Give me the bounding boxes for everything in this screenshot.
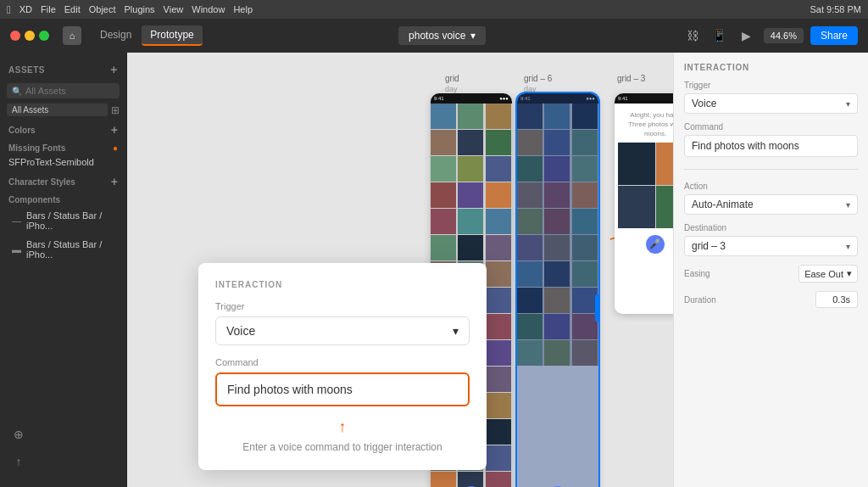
font-item[interactable]: SFProText-Semibold — [0, 154, 126, 170]
destination-value: grid – 3 — [692, 240, 726, 252]
float-command-label: Command — [215, 357, 470, 367]
float-command-input[interactable] — [215, 372, 470, 406]
menu-edit[interactable]: Edit — [64, 4, 81, 14]
action-row: Action Auto-Animate ▾ — [684, 182, 858, 215]
minimize-button[interactable] — [25, 31, 35, 41]
tab-prototype[interactable]: Prototype — [142, 25, 202, 46]
link-icon[interactable]: ⛓ — [682, 25, 703, 46]
photo-cell — [486, 235, 511, 260]
assets-dropdown[interactable]: All Assets — [7, 104, 108, 116]
assets-add-icon[interactable]: + — [110, 63, 118, 76]
menu-plugins[interactable]: Plugins — [125, 4, 155, 14]
phone-icon[interactable]: 📱 — [709, 25, 730, 46]
share-bottom-icon[interactable]: ↑ — [7, 450, 31, 473]
menu-help[interactable]: Help — [233, 4, 253, 14]
floating-interaction-panel: INTERACTION Trigger Voice ▾ Command ↑ En… — [198, 263, 487, 470]
component-dash-icon: — — [12, 216, 21, 226]
panel-divider — [684, 169, 858, 170]
menu-view[interactable]: View — [164, 4, 184, 14]
action-arrow-icon: ▾ — [846, 200, 850, 210]
panel-title: INTERACTION — [684, 63, 858, 72]
components-section: Components — [0, 190, 126, 206]
maximize-button[interactable] — [39, 31, 49, 41]
menu-bar:  XD File Edit Object Plugins View Windo… — [0, 0, 868, 19]
char-styles-label: Character Styles — [8, 177, 75, 187]
float-trigger-dropdown[interactable]: Voice ▾ — [215, 316, 470, 345]
photo-cell — [431, 472, 456, 487]
command-value: Find photos with moons — [684, 135, 858, 157]
close-button[interactable] — [10, 31, 20, 41]
component-item-1[interactable]: — Bars / Status Bar / iPho... — [3, 207, 123, 234]
frame-overlay-2 — [517, 93, 598, 487]
voice-result-line1: Alright, you have — [630, 111, 673, 119]
voice-result-text: Alright, you have Three photos with moon… — [618, 110, 673, 139]
component-item-2[interactable]: ▬ Bars / Status Bar / iPho... — [3, 236, 123, 263]
status-bar-1: 9:41 ●●● — [431, 93, 512, 104]
trigger-dropdown[interactable]: Voice ▾ — [684, 93, 858, 114]
colors-add-icon[interactable]: + — [111, 123, 118, 137]
home-button[interactable]: ⌂ — [63, 26, 81, 45]
toolbar-center: photos voice ▾ — [209, 26, 676, 45]
duration-value[interactable]: 0.3s — [815, 291, 858, 308]
play-icon[interactable]: ▶ — [737, 25, 757, 46]
char-styles-add-icon[interactable]: + — [111, 175, 118, 188]
plugin-icon[interactable]: ⊕ — [7, 423, 31, 446]
warning-icon: ● — [113, 143, 118, 153]
menu-object[interactable]: Object — [89, 4, 116, 14]
moon-photos-grid — [618, 143, 673, 228]
photo-cell — [458, 104, 483, 129]
grid-label-1: grid — [445, 74, 459, 83]
command-label: Command — [684, 122, 858, 132]
canvas[interactable]: grid day grid – 6 day grid – 3 9:41 ●●● — [127, 53, 673, 487]
menu-window[interactable]: Window — [192, 4, 225, 14]
search-icon: 🔍 — [12, 87, 22, 96]
resize-handle-2[interactable] — [595, 294, 598, 322]
toolbar-right: ⛓ 📱 ▶ 44.6% Share — [682, 25, 858, 46]
destination-label: Destination — [684, 223, 858, 232]
trigger-label: Trigger — [684, 81, 858, 90]
photo-cell — [458, 156, 483, 182]
destination-dropdown[interactable]: grid – 3 ▾ — [684, 236, 858, 256]
photo-cell — [458, 130, 483, 155]
grid-view-icon[interactable]: ⊞ — [111, 104, 120, 116]
moon-photo-3 — [618, 186, 655, 228]
photo-cell — [486, 340, 511, 366]
photo-cell — [458, 182, 483, 208]
photo-cell — [431, 209, 456, 234]
photo-cell — [431, 182, 456, 208]
trigger-arrow-icon: ▾ — [846, 99, 850, 109]
destination-row: Destination grid – 3 ▾ — [684, 223, 858, 256]
action-dropdown[interactable]: Auto-Animate ▾ — [684, 194, 858, 215]
document-title: photos voice — [409, 30, 465, 42]
tab-design[interactable]: Design — [92, 25, 140, 46]
easing-row: Easing Ease Out ▾ — [684, 265, 858, 283]
photo-cell — [486, 209, 511, 234]
zoom-level[interactable]: 44.6% — [764, 28, 804, 43]
document-title-box[interactable]: photos voice ▾ — [398, 26, 486, 45]
search-input[interactable] — [25, 86, 93, 96]
easing-arrow-icon: ▾ — [847, 268, 852, 279]
trigger-row: Trigger Voice ▾ — [684, 81, 858, 114]
photo-cell — [431, 235, 456, 260]
toolbar-tabs: Design Prototype — [92, 25, 203, 46]
phone-frame-3[interactable]: 9:41 ●●● Alright, you have Three photos … — [615, 93, 673, 314]
float-panel-title: INTERACTION — [215, 280, 470, 289]
assets-header: ASSETS + — [0, 59, 126, 80]
photo-cell — [486, 445, 511, 471]
menu-file[interactable]: File — [41, 4, 56, 14]
traffic-lights — [10, 31, 49, 41]
left-sidebar: ASSETS + 🔍 All Assets ⊞ Colors + Missing… — [0, 53, 127, 487]
mic-button-3[interactable]: 🎤 — [646, 235, 665, 254]
chevron-down-icon: ▾ — [453, 324, 459, 338]
share-button[interactable]: Share — [810, 26, 858, 45]
photo-cell — [486, 288, 511, 313]
menu-xd[interactable]: XD — [19, 4, 32, 14]
float-trigger-value: Voice — [226, 324, 255, 338]
moon-photo-2 — [656, 143, 674, 185]
phone-frame-2[interactable]: 9:41 ●●● — [517, 93, 598, 487]
easing-dropdown[interactable]: Ease Out ▾ — [798, 265, 858, 283]
photo-cell — [458, 472, 483, 487]
colors-section: Colors + — [0, 118, 126, 138]
component-label-1: Bars / Status Bar / iPho... — [26, 210, 114, 231]
toolbar: ⌂ Design Prototype photos voice ▾ ⛓ 📱 ▶ … — [0, 19, 868, 53]
